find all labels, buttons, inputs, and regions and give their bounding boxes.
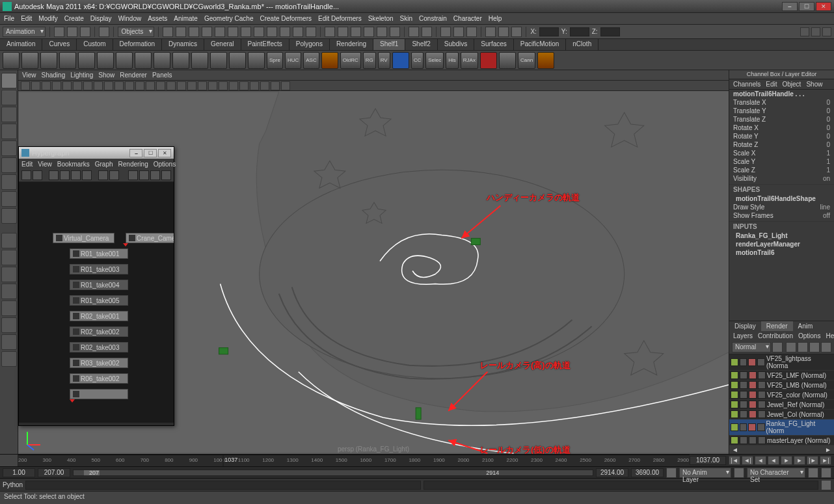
play-back-button[interactable]: ◄ — [768, 456, 779, 465]
hg-node[interactable]: R02_take003 — [70, 342, 128, 352]
shelf-tab-shelf2[interactable]: Shelf2 — [405, 39, 437, 50]
open-scene-button[interactable] — [67, 27, 77, 37]
shelf-button[interactable] — [78, 52, 95, 69]
menu-character[interactable]: Character — [453, 15, 482, 22]
layer-toggle[interactable] — [758, 371, 766, 379]
maximize-button[interactable]: ☐ — [799, 2, 814, 11]
soft-tool[interactable] — [1, 191, 17, 207]
misc-btn[interactable] — [498, 27, 509, 37]
hg-menu-view[interactable]: View — [38, 161, 52, 168]
vp-icon[interactable] — [198, 81, 207, 90]
hg-tool[interactable] — [128, 170, 138, 180]
shelf-tab-shelf1[interactable]: Shelf1 — [373, 39, 405, 50]
vpmenu-lighting[interactable]: Lighting — [70, 72, 93, 79]
coord-x-field[interactable] — [539, 27, 559, 36]
layer-visible-toggle[interactable] — [731, 423, 738, 431]
vpmenu-panels[interactable]: Panels — [152, 72, 172, 79]
selmask-btn[interactable] — [228, 27, 238, 37]
layer-btn[interactable] — [786, 342, 796, 352]
hg-tool[interactable] — [21, 170, 31, 180]
scroll-left-icon[interactable]: ◄ — [732, 446, 738, 453]
menu-assets[interactable]: Assets — [148, 15, 167, 22]
channel-scale-z[interactable]: Scale Z1 — [729, 166, 834, 174]
vp-icon[interactable] — [52, 81, 61, 90]
manip-tool[interactable] — [1, 174, 17, 190]
hg-tool[interactable] — [49, 170, 59, 180]
layer-renderable-toggle[interactable] — [749, 436, 757, 444]
vp-icon[interactable] — [146, 81, 155, 90]
layout-two[interactable] — [1, 267, 17, 282]
layer-renderable-toggle[interactable] — [749, 391, 757, 399]
cb-tab-object[interactable]: Object — [783, 81, 801, 88]
layer-toggle[interactable] — [740, 423, 747, 431]
menu-create[interactable]: Create — [64, 15, 84, 22]
hg-node[interactable]: R01_take004 — [70, 280, 128, 290]
selmask-btn[interactable] — [254, 27, 264, 37]
range-start-field[interactable]: 1.00 — [3, 468, 35, 477]
layout-persp[interactable] — [1, 317, 17, 333]
play-fwd-button[interactable]: ► — [781, 456, 792, 465]
shelf-button-his[interactable]: His — [446, 52, 459, 69]
menu-editdeformers[interactable]: Edit Deformers — [318, 15, 362, 22]
vpmenu-shading[interactable]: Shading — [42, 72, 66, 79]
shelf-button[interactable] — [154, 52, 170, 69]
hg-tool[interactable] — [60, 170, 70, 180]
shelf-tab-dynamics[interactable]: Dynamics — [162, 39, 204, 50]
layer-toggle[interactable] — [740, 401, 747, 408]
vp-icon[interactable] — [281, 81, 290, 90]
render-layer[interactable]: Jewel_Ref (Normal) — [729, 400, 834, 410]
shelf-button[interactable] — [135, 52, 152, 69]
layer-tab-render[interactable]: Render — [761, 321, 793, 331]
layout-outliner[interactable] — [1, 300, 17, 316]
layer-visible-toggle[interactable] — [731, 371, 738, 379]
menu-window[interactable]: Window — [118, 15, 142, 22]
selmask-btn[interactable] — [241, 27, 251, 37]
vp-icon[interactable] — [62, 81, 72, 90]
snap-btn[interactable] — [390, 27, 400, 37]
hg-tool[interactable] — [33, 170, 42, 180]
layer-renderable-toggle[interactable] — [748, 358, 756, 366]
vp-icon[interactable] — [271, 81, 280, 90]
layer-toggle[interactable] — [758, 436, 766, 444]
selmask-btn[interactable] — [306, 27, 316, 37]
layer-tab-anim[interactable]: Anim — [793, 321, 818, 331]
selmask-btn[interactable] — [293, 27, 303, 37]
vp-icon[interactable] — [239, 81, 249, 90]
vp-icon[interactable] — [167, 81, 176, 90]
menu-constrain[interactable]: Constrain — [419, 15, 447, 22]
key-fwd-button[interactable]: ► — [794, 456, 805, 465]
render-layer[interactable]: VF25_color (Normal) — [729, 390, 834, 400]
shelf-tab-custom[interactable]: Custom — [77, 39, 113, 50]
vp-icon[interactable] — [135, 81, 144, 90]
shelf-tab-polygons[interactable]: Polygons — [289, 39, 330, 50]
layer-visible-toggle[interactable] — [731, 436, 738, 444]
layer-toggle[interactable] — [758, 391, 766, 399]
menu-edit[interactable]: Edit — [21, 15, 32, 22]
render-layer[interactable]: VF25_LMB (Normal) — [729, 380, 834, 390]
snap-btn[interactable] — [338, 27, 348, 37]
history-btn[interactable] — [422, 27, 432, 37]
menu-display[interactable]: Display — [90, 15, 112, 22]
layer-menu-options[interactable]: Options — [798, 332, 820, 339]
shelf-button-blue[interactable] — [392, 52, 409, 69]
channel-show-frames[interactable]: Show Framesoff — [729, 211, 834, 220]
move-tool[interactable] — [1, 124, 17, 139]
hypergraph-window[interactable]: Hypergraph ‒ ☐ ✕ EditViewBookmarksGraphR… — [18, 146, 174, 426]
vp-icon[interactable] — [83, 81, 92, 90]
render-layer[interactable]: VF25_lightpass (Norma — [729, 354, 834, 371]
vp-icon[interactable] — [42, 81, 51, 90]
layer-renderable-toggle[interactable] — [749, 410, 757, 418]
channel-rotate-z[interactable]: Rotate Z0 — [729, 140, 834, 149]
shelf-button-rjax[interactable]: RJAx — [461, 52, 478, 69]
layer-blend-dropdown[interactable]: Normal — [732, 342, 771, 352]
snap-btn[interactable] — [377, 27, 387, 37]
hypergraph-max-button[interactable]: ☐ — [144, 149, 157, 157]
channel-translate-y[interactable]: Translate Y0 — [729, 107, 834, 115]
vp-icon[interactable] — [229, 81, 238, 90]
charset-icon[interactable] — [734, 468, 744, 478]
shelf-tab-painteffects[interactable]: PaintEffects — [241, 39, 289, 50]
layer-toggle[interactable] — [740, 358, 747, 366]
shelf-button-oldrc[interactable]: OldRC — [340, 52, 361, 69]
snap-btn[interactable] — [364, 27, 374, 37]
menu-help[interactable]: Help — [489, 15, 502, 22]
